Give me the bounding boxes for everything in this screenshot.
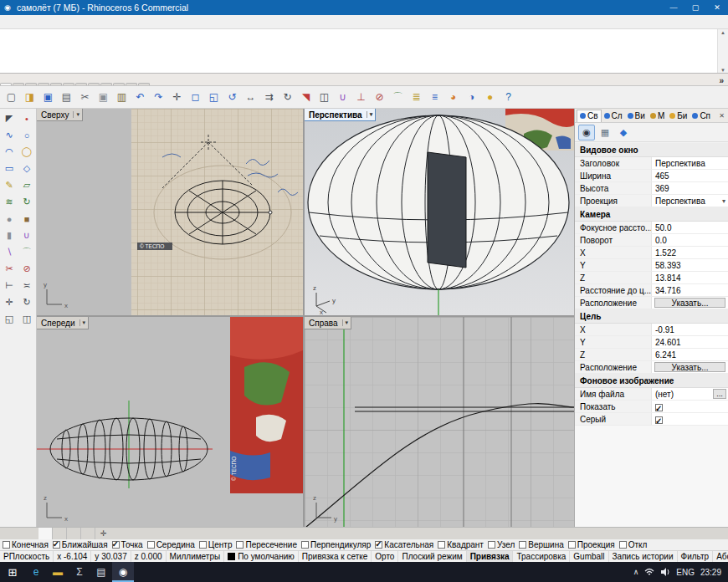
copy-object-icon[interactable]: ⇉ [260, 89, 278, 106]
z-coordinate[interactable]: z 0.000 [131, 551, 167, 563]
checkbox-icon[interactable] [488, 541, 495, 549]
offset-tool-icon[interactable]: ≍ [18, 278, 35, 294]
osnap-toggle[interactable]: Пересечение [236, 540, 297, 549]
render-icon[interactable]: ● [481, 89, 499, 106]
property-value[interactable]: 6.241 [652, 349, 728, 360]
viewport-title-front[interactable]: Спереди ▾ [37, 317, 89, 329]
extend-tool-icon[interactable]: ⊢ [1, 278, 18, 294]
mirror-icon[interactable]: ◫ [315, 89, 333, 106]
display-props-icon[interactable]: ◆ [615, 125, 632, 140]
viewport-title-right[interactable]: Справа ▾ [305, 317, 351, 329]
object-properties-icon[interactable]: ≡ [426, 89, 443, 106]
checkbox-icon[interactable] [375, 541, 382, 549]
rotate-tool-icon[interactable]: ↻ [18, 294, 35, 310]
paste-icon[interactable]: ▥ [113, 89, 131, 106]
select-tool-icon[interactable]: ◤ [1, 110, 18, 126]
properties-tab[interactable]: Св [577, 110, 602, 122]
split-tool-icon[interactable]: ⊘ [18, 261, 35, 277]
gumball-toggle[interactable]: Gumball [570, 551, 608, 563]
x-coordinate[interactable]: x -6.104 [54, 551, 91, 563]
materials-tab[interactable]: М [648, 110, 667, 122]
new-file-icon[interactable]: ▢ [3, 89, 20, 106]
osnap-toggle[interactable]: Узел [488, 540, 515, 549]
tray-chevron-icon[interactable]: ∧ [633, 568, 639, 576]
layers-icon[interactable]: ≣ [408, 89, 425, 106]
redo-icon[interactable]: ↷ [150, 89, 167, 106]
viewport-title-perspective[interactable]: Перспектива ▾ [305, 109, 376, 121]
command-history[interactable]: ▲ ▼ [0, 29, 728, 74]
scroll-up-icon[interactable]: ▲ [720, 29, 725, 36]
checkbox-icon[interactable] [3, 541, 10, 549]
checkbox-icon[interactable] [236, 541, 244, 549]
circle-tool-icon[interactable]: ○ [18, 127, 35, 143]
open-file-icon[interactable]: ◨ [21, 89, 38, 106]
volume-icon[interactable] [660, 568, 670, 576]
viewport-perspective[interactable]: z y x Перспектива ▾ [305, 109, 574, 315]
shaded-view-icon[interactable]: ◑ [463, 89, 480, 106]
viewport-menu-arrow[interactable]: ▾ [79, 319, 89, 326]
close-button[interactable]: ✕ [706, 0, 728, 15]
pan-view-icon[interactable]: ✛ [168, 89, 186, 106]
osnap-toggle[interactable]: Конечная [3, 540, 49, 549]
boolean-union-icon[interactable]: ∪ [18, 227, 35, 243]
curve-tool-icon[interactable]: ∿ [1, 127, 18, 143]
mirror-tool-icon[interactable]: ◫ [18, 311, 35, 327]
cylinder-tool-icon[interactable]: ▮ [1, 227, 18, 243]
loft-tool-icon[interactable]: ≋ [1, 194, 18, 210]
keyboard-language[interactable]: ENG [676, 568, 695, 577]
set-target-location-button[interactable]: Указать... [654, 362, 725, 372]
undo-icon[interactable]: ↶ [131, 89, 149, 106]
tab-overflow-chevron[interactable]: » [715, 76, 728, 85]
tab-truncated[interactable] [138, 83, 150, 85]
minimize-button[interactable]: — [663, 0, 684, 15]
panel-close-icon[interactable]: ✕ [715, 112, 728, 120]
viewport-menu-arrow[interactable]: ▾ [367, 111, 376, 118]
tolerance-pane[interactable]: Абсол... [713, 551, 728, 563]
print-icon[interactable]: ▤ [58, 89, 75, 106]
tab-visibility[interactable] [75, 83, 87, 85]
fillet-icon[interactable]: ⌒ [389, 89, 407, 106]
osnap-toggle[interactable]: Центр [199, 540, 233, 549]
y-coordinate[interactable]: y 30.037 [91, 551, 131, 563]
revolve-tool-icon[interactable]: ↻ [18, 194, 35, 210]
units-pane[interactable]: Миллиметры [167, 551, 225, 563]
box-tool-icon[interactable]: ■ [18, 211, 35, 227]
checkbox[interactable] [655, 416, 663, 424]
osnap-toggle[interactable]: Откл [619, 540, 648, 549]
property-value[interactable]: 1.522 [652, 247, 728, 258]
add-viewport-icon[interactable]: ✛ [95, 529, 112, 538]
vptab-right[interactable] [81, 528, 95, 539]
boolean-difference-icon[interactable]: ∖ [1, 244, 18, 260]
help-icon[interactable]: ? [500, 89, 517, 106]
tab-display-mode[interactable] [38, 83, 49, 85]
split-icon[interactable]: ⊘ [371, 89, 388, 106]
copy-icon[interactable]: ▣ [95, 89, 112, 106]
command-scrollbar[interactable]: ▲ ▼ [717, 29, 728, 74]
viewport-top[interactable]: © ТЕСПО y x Сверху ▾ [37, 109, 303, 315]
property-value[interactable]: Перспектива [652, 195, 728, 207]
zoom-window-icon[interactable]: ◻ [187, 89, 204, 106]
osnap-toggle[interactable]: Ближайшая [53, 540, 108, 549]
sphere-tool-icon[interactable]: ● [1, 211, 18, 227]
browse-button[interactable]: ... [713, 389, 726, 399]
viewport-menu-arrow[interactable]: ▾ [73, 111, 82, 118]
checkbox-icon[interactable] [199, 541, 207, 549]
osnap-toggle[interactable]: Квадрант [438, 540, 484, 549]
start-button[interactable]: ⊞ [0, 562, 25, 582]
rhino-app-icon[interactable]: ◉ [112, 562, 134, 582]
libraries-tab[interactable]: Би [667, 110, 690, 122]
tab-curve-edit[interactable] [100, 83, 112, 85]
tab-surface-edit[interactable] [113, 83, 125, 85]
display-tab[interactable]: Ви [625, 110, 648, 122]
trim-icon[interactable]: ⊥ [352, 89, 370, 106]
tab-viewports[interactable] [63, 83, 74, 85]
osnap-toggle[interactable]: Перпендикуляр [301, 540, 371, 549]
display-mode-icon[interactable]: ◕ [444, 89, 462, 106]
join-icon[interactable]: ∪ [334, 89, 351, 106]
osnap-toggle[interactable]: Проекция [568, 540, 615, 549]
property-value[interactable]: 58.393 [652, 259, 728, 271]
tab-cplanes[interactable] [13, 83, 24, 85]
osnap-toggle[interactable]: Вершина [519, 540, 564, 549]
tab-select-objects[interactable] [50, 83, 62, 85]
property-value[interactable]: 34.716 [652, 284, 728, 296]
